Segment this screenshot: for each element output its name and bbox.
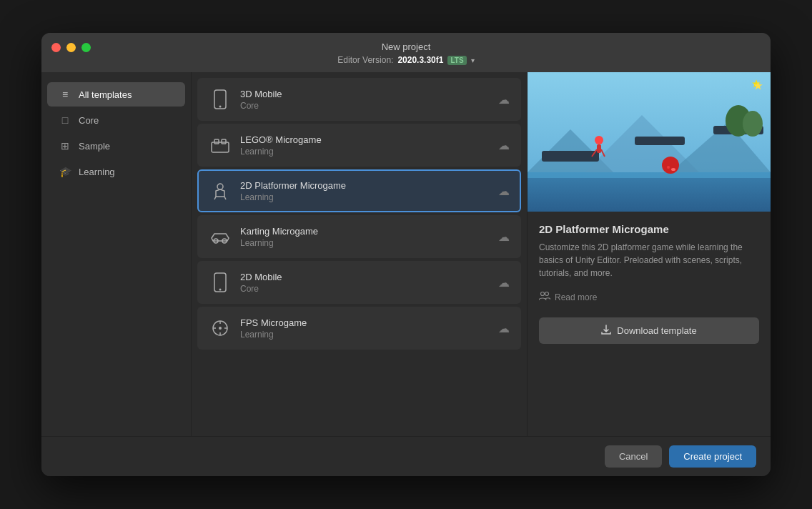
svg-point-37	[667, 166, 670, 169]
template-category: Learning	[240, 147, 490, 157]
svg-rect-22	[528, 172, 771, 212]
svg-line-7	[224, 197, 226, 199]
template-item-fps-microgame[interactable]: FPS Microgame Learning ☁	[197, 307, 521, 350]
detail-content: 2D Platformer Microgame Customize this 2…	[528, 212, 771, 436]
template-item-karting-microgame[interactable]: Karting Microgame Learning ☁	[197, 215, 521, 258]
svg-rect-23	[528, 172, 771, 178]
download-cloud-icon: ☁	[498, 322, 510, 335]
svg-point-5	[217, 184, 223, 189]
new-project-window: New project Editor Version: 2020.3.30f1 …	[41, 33, 771, 476]
download-cloud-icon: ☁	[498, 139, 510, 152]
list-icon: ≡	[59, 89, 71, 100]
template-icon-karting	[209, 225, 232, 248]
svg-point-28	[743, 111, 763, 137]
download-cloud-icon: ☁	[498, 93, 510, 107]
svg-rect-25	[635, 137, 685, 145]
lts-badge: LTS	[447, 56, 466, 65]
chevron-down-icon[interactable]: ▾	[471, 56, 475, 64]
svg-point-39	[545, 292, 549, 296]
svg-point-36	[671, 168, 675, 171]
sample-icon: ⊞	[59, 140, 71, 152]
template-item-lego-microgame[interactable]: LEGO® Microgame Learning ☁	[197, 124, 521, 167]
template-category: Core	[240, 284, 490, 294]
detail-panel: ★ 2D Platformer Microgame Customize this…	[528, 72, 771, 436]
template-category: Learning	[240, 330, 490, 340]
template-icon-2d-platformer	[209, 179, 232, 202]
svg-rect-24	[542, 151, 599, 162]
template-info-3d-mobile: 3D Mobile Core	[240, 89, 490, 111]
template-icon-lego	[209, 134, 232, 157]
template-info-lego: LEGO® Microgame Learning	[240, 134, 490, 157]
svg-point-11	[219, 289, 222, 291]
svg-rect-4	[222, 139, 226, 144]
template-item-3d-mobile[interactable]: 3D Mobile Core ☁	[197, 78, 521, 121]
template-category: Core	[240, 101, 490, 111]
sidebar-item-label: Sample	[79, 141, 110, 152]
download-cloud-icon: ☁	[498, 184, 510, 198]
template-list: 3D Mobile Core ☁ LEGO® Microgame Learnin…	[192, 72, 528, 436]
template-info-2d-platformer: 2D Platformer Microgame Learning	[240, 180, 490, 202]
svg-rect-3	[214, 139, 219, 144]
core-icon: □	[59, 114, 71, 126]
svg-point-1	[219, 106, 222, 108]
titlebar: New project Editor Version: 2020.3.30f1 …	[41, 33, 771, 72]
template-icon-3d-mobile	[209, 88, 232, 111]
footer: Cancel Create project	[41, 436, 771, 476]
svg-rect-32	[597, 144, 601, 153]
main-content: ≡ All templates □ Core ⊞ Sample 🎓 Learni…	[41, 72, 771, 436]
minimize-button[interactable]	[66, 43, 76, 52]
detail-title: 2D Platformer Microgame	[539, 223, 759, 235]
template-name: FPS Microgame	[240, 317, 490, 328]
sidebar-item-label: Core	[79, 115, 99, 126]
sidebar: ≡ All templates □ Core ⊞ Sample 🎓 Learni…	[41, 72, 192, 436]
window-controls	[51, 43, 91, 52]
editor-version-label: Editor Version:	[337, 55, 393, 65]
template-name: 2D Mobile	[240, 272, 490, 282]
cancel-button[interactable]: Cancel	[605, 445, 662, 468]
download-template-label: Download template	[617, 325, 696, 336]
template-item-2d-mobile[interactable]: 2D Mobile Core ☁	[197, 261, 521, 304]
window-title: New project	[382, 41, 431, 52]
create-project-button[interactable]: Create project	[669, 445, 756, 468]
detail-preview-image: ★	[528, 72, 771, 212]
template-name: 3D Mobile	[240, 89, 490, 99]
download-cloud-icon: ☁	[498, 276, 510, 290]
detail-description: Customize this 2D platformer game while …	[539, 241, 759, 280]
close-button[interactable]	[51, 43, 61, 52]
template-name: Karting Microgame	[240, 226, 490, 237]
template-info-karting: Karting Microgame Learning	[240, 226, 490, 248]
svg-point-35	[662, 157, 679, 174]
template-item-2d-platformer[interactable]: 2D Platformer Microgame Learning ☁	[197, 169, 521, 212]
template-name: LEGO® Microgame	[240, 134, 490, 145]
svg-point-38	[541, 292, 545, 296]
svg-point-17	[219, 327, 222, 330]
download-icon	[601, 325, 611, 337]
template-icon-2d-mobile	[209, 271, 232, 294]
svg-point-31	[595, 136, 603, 144]
sidebar-item-core[interactable]: □ Core	[47, 108, 185, 132]
sidebar-item-learning[interactable]: 🎓 Learning	[47, 159, 185, 184]
people-icon	[539, 291, 550, 303]
template-name: 2D Platformer Microgame	[240, 180, 490, 191]
template-category: Learning	[240, 238, 490, 248]
sidebar-item-all-templates[interactable]: ≡ All templates	[47, 82, 185, 107]
download-template-button[interactable]: Download template	[539, 317, 759, 344]
read-more-label: Read more	[555, 292, 597, 302]
template-info-fps: FPS Microgame Learning	[240, 317, 490, 340]
svg-line-6	[214, 197, 216, 199]
sidebar-item-label: All templates	[79, 89, 132, 100]
template-info-2d-mobile: 2D Mobile Core	[240, 272, 490, 294]
editor-version-row: Editor Version: 2020.3.30f1 LTS ▾	[337, 55, 474, 65]
sidebar-item-label: Learning	[79, 167, 115, 177]
maximize-button[interactable]	[81, 43, 91, 52]
svg-text:★: ★	[753, 80, 763, 92]
template-category: Learning	[240, 192, 490, 202]
sidebar-item-sample[interactable]: ⊞ Sample	[47, 134, 185, 158]
read-more-link[interactable]: Read more	[539, 291, 759, 303]
learning-icon: 🎓	[59, 166, 71, 177]
template-icon-fps	[209, 317, 232, 340]
editor-version-value: 2020.3.30f1	[397, 55, 443, 65]
download-cloud-icon: ☁	[498, 230, 510, 244]
